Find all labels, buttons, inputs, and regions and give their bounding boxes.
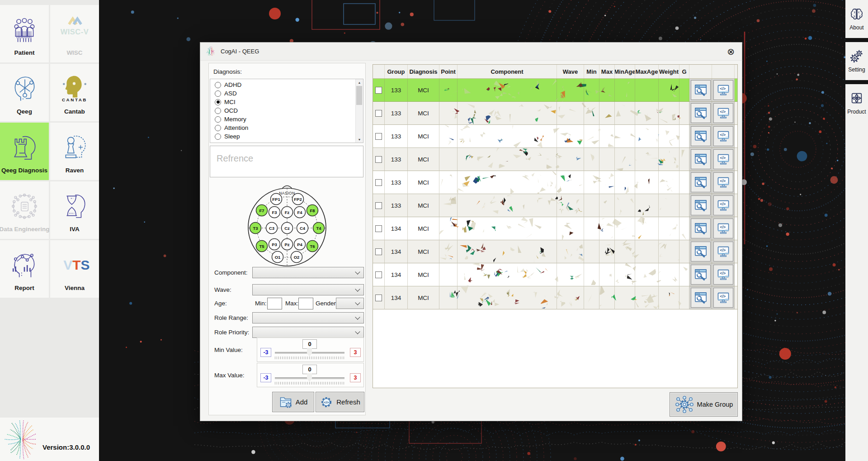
row-checkbox[interactable]	[375, 202, 382, 209]
role-range-select[interactable]	[252, 312, 364, 323]
electrode-O1[interactable]: O1	[272, 252, 283, 263]
row-code-button[interactable]: </> ...	[713, 172, 733, 192]
electrode-F3[interactable]: F3	[269, 207, 280, 218]
electrode-FP2[interactable]: FP2	[292, 194, 304, 205]
row-tool-button[interactable]	[691, 126, 711, 146]
reference-input[interactable]	[210, 146, 363, 177]
close-icon[interactable]: ⊗	[727, 47, 735, 56]
svg-text:</>: </>	[324, 400, 329, 404]
row-code-button[interactable]: </> ...	[713, 126, 733, 146]
electrode-F7[interactable]: F7	[256, 205, 268, 216]
row-checkbox[interactable]	[375, 87, 382, 94]
electrode-FP1[interactable]: FP1	[271, 194, 282, 205]
sidebar-item-cantab[interactable]: CANTAB Cantab	[50, 64, 99, 121]
slider-thumb[interactable]	[307, 373, 312, 382]
age-min-input[interactable]	[267, 298, 282, 309]
sidebar-item-setting[interactable]: Setting	[845, 42, 868, 80]
sidebar-item-qeeg[interactable]: Qeeg	[0, 64, 49, 121]
diagnosis-option-OCD[interactable]: OCD	[210, 106, 363, 115]
refresh-button[interactable]: </> Refresh	[316, 392, 364, 412]
electrode-C3[interactable]: C3	[266, 223, 278, 234]
sidebar-item-about[interactable]: About	[845, 0, 868, 38]
radio-icon	[215, 82, 221, 88]
row-code-button[interactable]: </> ...	[713, 149, 733, 169]
diagnosis-cell: MCI	[408, 148, 439, 171]
electrode-Pz[interactable]: Pz	[282, 239, 293, 250]
electrode-O2[interactable]: O2	[291, 252, 302, 263]
electrode-P3[interactable]: P3	[269, 239, 280, 250]
row-tool-button[interactable]	[691, 149, 711, 169]
diagnosis-option-ASD[interactable]: ASD	[210, 89, 363, 98]
electrode-T3[interactable]: T3	[250, 223, 261, 234]
row-tool-button[interactable]	[691, 103, 711, 123]
sidebar-item-iva[interactable]: IVA	[50, 181, 99, 239]
diagnosis-option-ADHD[interactable]: ADHD	[210, 81, 363, 89]
role-priority-select[interactable]	[252, 327, 364, 338]
listbox-scrollbar[interactable]: ▲ ▼	[355, 79, 363, 143]
sidebar-item-patient[interactable]: Patient	[0, 5, 49, 62]
row-tool-button[interactable]	[691, 80, 711, 100]
scrollbar-thumb[interactable]	[356, 86, 362, 105]
dialog-title: CogAI - QEEG	[221, 48, 727, 55]
row-code-button[interactable]: </> ...	[713, 195, 733, 215]
sidebar-item-report[interactable]: Report	[0, 240, 49, 298]
row-tool-button[interactable]	[691, 219, 711, 238]
group-cell: 134	[385, 217, 408, 240]
electrode-T4[interactable]: T4	[313, 223, 325, 234]
row-checkbox[interactable]	[375, 225, 382, 232]
row-checkbox[interactable]	[375, 133, 382, 140]
row-checkbox[interactable]	[375, 110, 382, 117]
electrode-Cz[interactable]: Cz	[282, 223, 293, 234]
row-tool-button[interactable]	[691, 172, 711, 192]
electrode-F8[interactable]: F8	[307, 205, 318, 216]
electrode-T6[interactable]: T6	[307, 241, 318, 252]
row-code-button[interactable]: </> ...	[713, 288, 733, 308]
row-tool-button[interactable]	[691, 195, 711, 215]
scroll-down-icon[interactable]: ▼	[356, 136, 363, 143]
row-code-button[interactable]: </> ...	[713, 219, 733, 238]
version-row: Version:3.0.0.0	[0, 418, 99, 461]
row-code-button[interactable]: </> ...	[713, 242, 733, 261]
wave-select[interactable]	[252, 284, 364, 295]
group-cell: 134	[385, 263, 408, 286]
component-select[interactable]	[252, 267, 364, 278]
max-value-label: Max Value:	[214, 370, 245, 381]
diagnosis-option-Memory[interactable]: Memory	[210, 115, 363, 124]
add-button[interactable]: Add	[272, 392, 314, 412]
row-code-button[interactable]: </> ...	[713, 103, 733, 123]
slider-thumb[interactable]	[307, 348, 312, 356]
electrode-head-map[interactable]: NASION FP1 FP2 F7 F3 Fz F4 F8 T3 C3 Cz C…	[244, 180, 330, 273]
make-group-button[interactable]: Make Group	[670, 392, 738, 417]
electrode-T5[interactable]: T5	[256, 241, 268, 252]
gender-select[interactable]	[336, 298, 364, 309]
max-value-slider[interactable]: -3 0 3	[257, 363, 364, 387]
row-tool-button[interactable]	[691, 242, 711, 261]
age-max-input[interactable]	[298, 298, 313, 309]
row-code-button[interactable]: </> ...	[713, 80, 733, 100]
diagnosis-option-Sleep[interactable]: Sleep	[210, 132, 363, 141]
row-checkbox[interactable]	[375, 248, 382, 255]
min-value-slider[interactable]: -3 0 3	[257, 337, 364, 362]
row-code-button[interactable]: </> ...	[713, 265, 733, 285]
electrode-P4[interactable]: P4	[294, 239, 306, 250]
row-checkbox[interactable]	[375, 271, 382, 278]
electrode-Fz[interactable]: Fz	[282, 207, 293, 218]
sidebar-item-qeeg-diagnosis[interactable]: Qeeg Diagnosis	[0, 123, 49, 180]
scroll-up-icon[interactable]: ▲	[356, 79, 363, 86]
slider-value: 0	[302, 365, 317, 374]
sidebar-item-raven[interactable]: Raven	[50, 123, 99, 180]
electrode-F4[interactable]: F4	[294, 207, 306, 218]
diagnosis-listbox[interactable]: ADHD ASD MCI OCD Memory Attention Sleep …	[210, 79, 363, 143]
sidebar-item-product[interactable]: Product	[845, 84, 868, 122]
row-checkbox[interactable]	[375, 295, 382, 301]
row-checkbox[interactable]	[375, 156, 382, 163]
sidebar-item-vienna[interactable]: VTS Vienna	[50, 240, 99, 298]
row-checkbox[interactable]	[375, 179, 382, 186]
diagnosis-cell: MCI	[408, 240, 439, 263]
diagnosis-option-MCI[interactable]: MCI	[210, 98, 363, 106]
row-tool-button[interactable]	[691, 288, 711, 308]
diagnosis-option-Attention[interactable]: Attention	[210, 124, 363, 132]
row-tool-button[interactable]	[691, 265, 711, 285]
electrode-C4[interactable]: C4	[297, 223, 308, 234]
dialog-titlebar[interactable]: CogAI - QEEG ⊗	[200, 43, 742, 61]
